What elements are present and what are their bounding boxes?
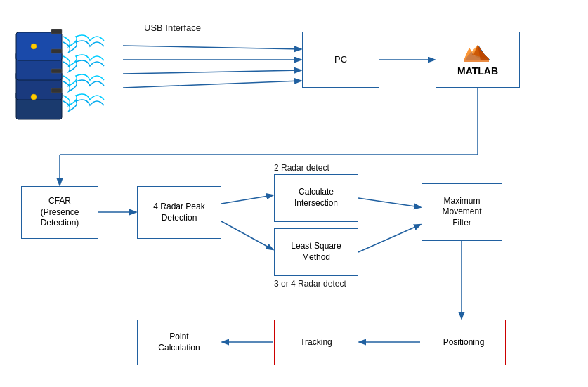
three-four-radar-label: 3 or 4 Radar detect xyxy=(274,279,346,289)
svg-rect-22 xyxy=(51,69,62,73)
least-square-box: Least Square Method xyxy=(274,228,358,276)
svg-line-3 xyxy=(123,81,301,88)
max-movement-box: Maximum Movement Filter xyxy=(422,183,502,241)
cfar-box: CFAR (Presence Detection) xyxy=(21,186,98,239)
svg-point-24 xyxy=(31,44,37,49)
radar-svg xyxy=(13,21,125,126)
svg-line-2 xyxy=(123,70,301,74)
matlab-box: MATLAB xyxy=(436,32,520,88)
radar-devices xyxy=(13,21,125,126)
svg-line-9 xyxy=(221,195,273,204)
svg-rect-23 xyxy=(51,88,62,93)
svg-rect-19 xyxy=(16,32,62,60)
svg-rect-21 xyxy=(51,49,62,53)
svg-rect-20 xyxy=(51,29,62,34)
calc-intersection-box: Calculate Intersection xyxy=(274,174,358,222)
svg-line-12 xyxy=(358,225,420,252)
positioning-box: Positioning xyxy=(422,320,506,365)
svg-line-10 xyxy=(221,221,273,249)
usb-label: USB Interface xyxy=(144,22,201,33)
two-radar-label: 2 Radar detect xyxy=(274,163,329,173)
tracking-box: Tracking xyxy=(274,320,358,365)
matlab-logo-icon xyxy=(464,42,492,63)
diagram: USB Interface PC MATLAB CF xyxy=(0,0,588,387)
pc-box: PC xyxy=(302,32,379,88)
point-calc-box: Point Calculation xyxy=(137,320,221,365)
svg-line-11 xyxy=(358,198,420,207)
svg-point-25 xyxy=(31,94,37,100)
radar-peak-box: 4 Radar Peak Detection xyxy=(137,186,221,239)
svg-line-0 xyxy=(123,46,301,49)
